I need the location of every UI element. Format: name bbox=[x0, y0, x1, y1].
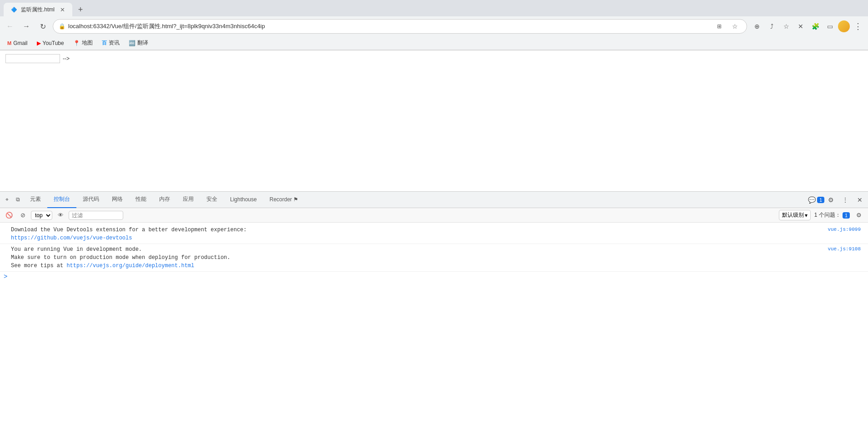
issue-badge: 1 个问题： 1 bbox=[814, 211, 850, 219]
console-settings-icon[interactable]: ⚙ bbox=[853, 210, 864, 221]
bookmark-gmail-label: Gmail bbox=[13, 40, 27, 46]
new-tab-button[interactable]: + bbox=[74, 3, 87, 16]
chat-icon: 💬 bbox=[808, 196, 816, 204]
issues-count-badge: 1 bbox=[843, 212, 850, 219]
tab-recorder[interactable]: Recorder ⚑ bbox=[263, 192, 305, 208]
devtools-settings-icon[interactable]: ⚙ bbox=[824, 194, 837, 206]
screen-search-icon[interactable]: ⊕ bbox=[751, 20, 763, 33]
page-input-comment: --> bbox=[5, 54, 863, 63]
devtools-panel: ⌖ ⧉ 元素 控制台 源代码 网络 性能 内存 应用 安全 Lighthouse… bbox=[0, 191, 868, 424]
browser-chrome: 🔷 监听属性.html ✕ + ← → ↻ 🔒 ⊞ ☆ ⊕ ⤴ ☆ ✕ 🧩 ▭ … bbox=[0, 0, 868, 50]
tab-sources[interactable]: 源代码 bbox=[76, 192, 105, 208]
tab-elements[interactable]: 元素 bbox=[24, 192, 47, 208]
console-msg2-text1: You are running Vue in development mode. bbox=[11, 246, 142, 253]
gmail-icon: M bbox=[7, 40, 11, 46]
extensions-icon[interactable]: 🧩 bbox=[809, 20, 822, 33]
maps-icon: 📍 bbox=[73, 40, 80, 46]
tab-performance[interactable]: 性能 bbox=[129, 192, 153, 208]
bookmark-youtube[interactable]: ▶ YouTube bbox=[33, 39, 68, 48]
console-right-controls: 默认级别 ▾ 1 个问题： 1 ⚙ bbox=[779, 210, 864, 221]
console-message-1: vue.js:9099 Download the Vue Devtools ex… bbox=[0, 224, 868, 244]
page-content: --> bbox=[0, 50, 868, 191]
console-msg2-text2: Make sure to turn on production mode whe… bbox=[11, 254, 230, 261]
profile-avatar[interactable] bbox=[838, 20, 850, 32]
issues-text: 1 个问题： bbox=[814, 211, 841, 219]
lock-icon: 🔒 bbox=[59, 23, 65, 30]
bookmark-translate-label: 翻译 bbox=[137, 39, 148, 47]
console-msg1-link[interactable]: https://github.com/vuejs/vue-devtools bbox=[11, 235, 132, 241]
devtools-tabs: ⌖ ⧉ 元素 控制台 源代码 网络 性能 内存 应用 安全 Lighthouse… bbox=[0, 192, 868, 208]
youtube-icon: ▶ bbox=[37, 40, 41, 46]
console-clear-icon[interactable]: 🚫 bbox=[4, 210, 15, 221]
devtools-tab-icon-mobile[interactable]: ⧉ bbox=[12, 192, 24, 208]
console-filter-icon[interactable]: ⊘ bbox=[17, 210, 28, 221]
bookmark-youtube-label: YouTube bbox=[43, 40, 64, 46]
bookmark-maps[interactable]: 📍 地图 bbox=[70, 38, 96, 48]
console-toolbar: 🚫 ⊘ top 👁 默认级别 ▾ 1 个问题： 1 ⚙ bbox=[0, 208, 868, 223]
devtools-close-icon[interactable]: ✕ bbox=[853, 194, 866, 206]
menu-icon[interactable]: ⋮ bbox=[852, 20, 864, 33]
devtools-messages-icon[interactable]: 💬 1 bbox=[810, 194, 823, 206]
forward-button[interactable]: → bbox=[20, 20, 33, 33]
console-msg2-link[interactable]: https://vuejs.org/guide/deployment.html bbox=[66, 263, 194, 269]
tab-title: 监听属性.html bbox=[21, 6, 55, 14]
bookmark-news-label: 资讯 bbox=[109, 39, 120, 47]
console-output: vue.js:9099 Download the Vue Devtools ex… bbox=[0, 223, 868, 424]
tab-bar: 🔷 监听属性.html ✕ + bbox=[0, 0, 868, 16]
bookmark-news[interactable]: 百 资讯 bbox=[98, 38, 123, 48]
tab-security[interactable]: 安全 bbox=[200, 192, 224, 208]
chevron-down-icon: ▾ bbox=[805, 212, 808, 219]
prompt-arrow: > bbox=[4, 273, 7, 280]
comment-text: --> bbox=[63, 55, 70, 62]
address-bar-row: ← → ↻ 🔒 ⊞ ☆ ⊕ ⤴ ☆ ✕ 🧩 ▭ ⋮ bbox=[0, 16, 868, 36]
tab-console[interactable]: 控制台 bbox=[47, 192, 76, 208]
console-prompt: > bbox=[0, 272, 868, 282]
console-source-1[interactable]: vue.js:9099 bbox=[828, 226, 861, 234]
tab-network[interactable]: 网络 bbox=[105, 192, 129, 208]
bookmark-icon[interactable]: ☆ bbox=[780, 20, 793, 33]
sidebar-icon[interactable]: ▭ bbox=[823, 20, 836, 33]
devtools-badge: 1 bbox=[817, 197, 824, 203]
share-icon[interactable]: ⤴ bbox=[765, 20, 778, 33]
page-input[interactable] bbox=[5, 54, 60, 63]
bookmark-star-icon[interactable]: ☆ bbox=[728, 20, 741, 33]
devtools-right-icons: 💬 1 ⚙ ⋮ ✕ bbox=[810, 194, 866, 206]
console-eye-icon[interactable]: 👁 bbox=[55, 210, 66, 221]
bookmark-translate[interactable]: 🔤 翻译 bbox=[125, 38, 152, 48]
active-tab[interactable]: 🔷 监听属性.html ✕ bbox=[4, 3, 72, 16]
translate-icon: 🔤 bbox=[129, 40, 135, 46]
news-icon: 百 bbox=[102, 40, 107, 46]
console-filter-input[interactable] bbox=[69, 211, 123, 220]
address-box: 🔒 ⊞ ☆ bbox=[53, 19, 747, 34]
console-msg2-text3: See more tips at bbox=[11, 263, 66, 269]
default-level-label: 默认级别 bbox=[782, 211, 804, 219]
back-button[interactable]: ← bbox=[4, 20, 16, 33]
reload-button[interactable]: ↻ bbox=[36, 20, 49, 33]
bookmark-maps-label: 地图 bbox=[82, 39, 93, 47]
console-context-select[interactable]: top bbox=[31, 211, 52, 220]
devtools-more-icon[interactable]: ⋮ bbox=[839, 194, 852, 206]
translate-page-icon[interactable]: ⊞ bbox=[713, 20, 726, 33]
console-source-2[interactable]: vue.js:9108 bbox=[828, 245, 861, 253]
toolbar-icons: ⊕ ⤴ ☆ ✕ 🧩 ▭ ⋮ bbox=[751, 20, 864, 33]
tab-application[interactable]: 应用 bbox=[176, 192, 200, 208]
bookmark-gmail[interactable]: M Gmail bbox=[4, 39, 31, 48]
tab-favicon: 🔷 bbox=[11, 7, 17, 13]
default-level-button[interactable]: 默认级别 ▾ bbox=[779, 210, 811, 220]
tab-close-icon[interactable]: ✕ bbox=[60, 6, 65, 13]
devtools-tab-icon-cursor[interactable]: ⌖ bbox=[2, 192, 12, 208]
url-input[interactable] bbox=[68, 23, 710, 30]
tab-lighthouse[interactable]: Lighthouse bbox=[224, 192, 263, 208]
tab-memory[interactable]: 内存 bbox=[153, 192, 176, 208]
console-msg1-text: Download the Vue Devtools extension for … bbox=[11, 227, 246, 233]
close-tab-icon[interactable]: ✕ bbox=[794, 20, 807, 33]
address-icons: ⊞ ☆ bbox=[713, 20, 741, 33]
bookmarks-bar: M Gmail ▶ YouTube 📍 地图 百 资讯 🔤 翻译 bbox=[0, 36, 868, 50]
console-message-2: vue.js:9108 You are running Vue in devel… bbox=[0, 244, 868, 272]
